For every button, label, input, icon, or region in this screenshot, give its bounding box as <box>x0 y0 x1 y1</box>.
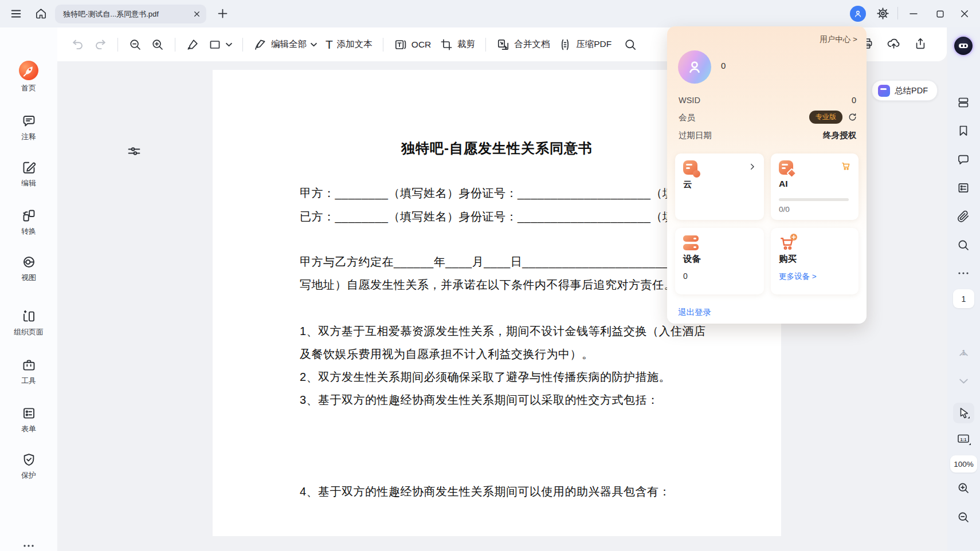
sidebar-item-convert[interactable]: 转换 <box>0 208 57 237</box>
user-avatar-button[interactable] <box>850 6 866 22</box>
new-tab-icon[interactable] <box>217 7 229 22</box>
ocr-button[interactable]: OCR <box>394 38 431 52</box>
search-panel-icon[interactable] <box>957 238 970 252</box>
previous-page-chevron-up-icon[interactable] <box>957 347 971 361</box>
search-icon <box>624 38 637 52</box>
maximize-button[interactable] <box>928 2 951 25</box>
purchase-card[interactable]: 购买 更多设备 > <box>771 228 859 294</box>
toolbar-divider <box>242 38 243 52</box>
minimize-button[interactable] <box>902 2 925 25</box>
crop-button[interactable]: 裁剪 <box>440 38 475 52</box>
undo-button[interactable] <box>71 38 85 52</box>
cloud-card[interactable]: 云 <box>675 154 764 220</box>
sidebar-item-protect[interactable]: 保护 <box>0 452 57 481</box>
cursor-pointer-icon <box>957 406 971 420</box>
ai-robot-icon <box>959 44 968 48</box>
form-icon <box>21 406 37 421</box>
comments-icon[interactable] <box>957 153 970 167</box>
document-line: 1、双方基于互相爱慕资源发生性关系，期间不设计金钱等利益交换（入住酒店 <box>300 323 706 339</box>
merge-documents-button[interactable]: 合并文档 <box>496 38 550 52</box>
zoom-level-display[interactable]: 100% <box>950 455 977 473</box>
edit-all-button[interactable]: 编辑全部 <box>253 38 317 52</box>
document-tab[interactable]: 独特吧-测试自...系同意书.pdf <box>55 5 206 23</box>
form-fields-icon[interactable] <box>957 181 970 195</box>
sidebar-item-edit[interactable]: 编辑 <box>0 160 57 188</box>
attachments-paperclip-icon[interactable] <box>957 210 970 223</box>
pointer-tool-button[interactable] <box>953 403 974 423</box>
document-line: 2、双方发生性关系期间必须确保采取了避孕与性传播疾病的防护措施。 <box>300 369 671 385</box>
document-line: 4、基于双方的性趣经协商发生性关系期间可以使用的助兴器具包含有： <box>300 483 671 499</box>
tab-title: 独特吧-测试自...系同意书.pdf <box>63 9 193 19</box>
shield-check-icon <box>21 452 37 467</box>
titlebar-divider <box>897 7 898 19</box>
current-page-input[interactable]: 1 <box>953 289 974 308</box>
sidebar-item-tools[interactable]: 工具 <box>0 357 57 386</box>
cart-icon[interactable] <box>841 161 852 172</box>
zoom-out-button[interactable] <box>128 38 142 52</box>
organize-pages-icon <box>21 309 37 324</box>
briefcase-icon <box>21 357 37 373</box>
pen-icon <box>253 38 267 52</box>
highlighter-tool-button[interactable] <box>186 38 199 52</box>
view-eye-icon <box>21 254 37 270</box>
ai-assistant-button[interactable] <box>954 37 973 55</box>
zoom-in-button[interactable] <box>151 38 164 52</box>
chevron-down-icon <box>226 42 232 47</box>
close-window-button[interactable] <box>953 2 976 25</box>
sidebar-more-icon[interactable] <box>0 542 57 551</box>
home-icon[interactable] <box>34 7 48 22</box>
document-line: 3、基于双方的性趣经协商发生性关系期间可以采取的性交方式包括： <box>300 392 659 408</box>
bookmarks-icon[interactable] <box>957 124 970 137</box>
settings-gear-icon[interactable] <box>876 6 890 23</box>
share-button[interactable] <box>914 37 927 53</box>
devices-card[interactable]: 设备 0 <box>675 228 764 294</box>
page-settings-sliders-icon[interactable] <box>126 143 142 159</box>
cloud-storage-icon <box>683 160 700 178</box>
compress-pdf-button[interactable]: 压缩PDF <box>558 38 611 52</box>
shape-tool-button[interactable] <box>208 38 232 52</box>
more-panels-icon[interactable] <box>957 269 970 283</box>
next-page-chevron-down-icon[interactable] <box>957 375 971 388</box>
more-devices-link[interactable]: 更多设备 > <box>779 271 817 282</box>
summarize-pdf-button[interactable]: 总结PDF <box>872 80 938 101</box>
document-line: 甲方：________（填写姓名）身份证号：__________________… <box>300 185 709 201</box>
ai-usage-text: 0/0 <box>779 205 790 214</box>
sidebar-item-view[interactable]: 视图 <box>0 254 57 283</box>
username-label: 0 <box>721 61 726 70</box>
chevron-right-icon <box>748 163 756 171</box>
sidebar-item-forms[interactable]: 表单 <box>0 406 57 434</box>
cloud-upload-button[interactable] <box>887 36 901 53</box>
devices-count: 0 <box>683 271 688 281</box>
pdf-editor-window: 独特吧-测试自...系同意书.pdf <box>0 0 980 551</box>
ai-card[interactable]: AI 0/0 <box>771 154 859 220</box>
share-export-icon <box>914 37 927 50</box>
membership-label: 会员 <box>679 112 695 123</box>
actual-size-button[interactable]: 1:1 <box>957 431 970 445</box>
document-line: 甲方与乙方约定在______年____月____日_______________… <box>300 254 709 270</box>
ai-quota-icon <box>779 160 796 178</box>
search-button[interactable] <box>624 38 637 52</box>
expiry-label: 过期日期 <box>679 130 712 141</box>
cloud-upload-icon <box>887 36 901 50</box>
add-text-button[interactable]: T 添加文本 <box>326 38 373 50</box>
sidebar-item-organize-pages[interactable]: 组织页面 <box>0 309 57 337</box>
titlebar: 独特吧-测试自...系同意书.pdf <box>0 0 980 27</box>
panel-avatar[interactable] <box>678 50 711 84</box>
sidebar-item-home[interactable]: 首页 <box>0 61 57 93</box>
refresh-icon[interactable] <box>848 112 857 122</box>
tab-close-icon[interactable] <box>193 10 201 18</box>
redo-button[interactable] <box>93 38 107 52</box>
sidebar-item-annotate[interactable]: 注释 <box>0 113 57 142</box>
toolbar-divider <box>175 38 175 52</box>
zoom-in-page-icon[interactable] <box>957 481 970 495</box>
logout-link[interactable]: 退出登录 <box>678 307 711 318</box>
zoom-out-page-icon[interactable] <box>957 510 970 524</box>
compress-icon <box>558 38 572 52</box>
document-line: 及餐饮娱乐费用视为自愿承担不计入利益交换行为中）。 <box>300 346 594 362</box>
membership-badge: 专业版 <box>809 111 842 124</box>
text-tool-icon: T <box>326 38 333 50</box>
hamburger-menu-icon[interactable] <box>10 7 22 22</box>
page-thumbnails-icon[interactable] <box>957 96 970 109</box>
user-center-link[interactable]: 用户中心 > <box>820 34 857 45</box>
toolbar-divider <box>485 38 486 52</box>
